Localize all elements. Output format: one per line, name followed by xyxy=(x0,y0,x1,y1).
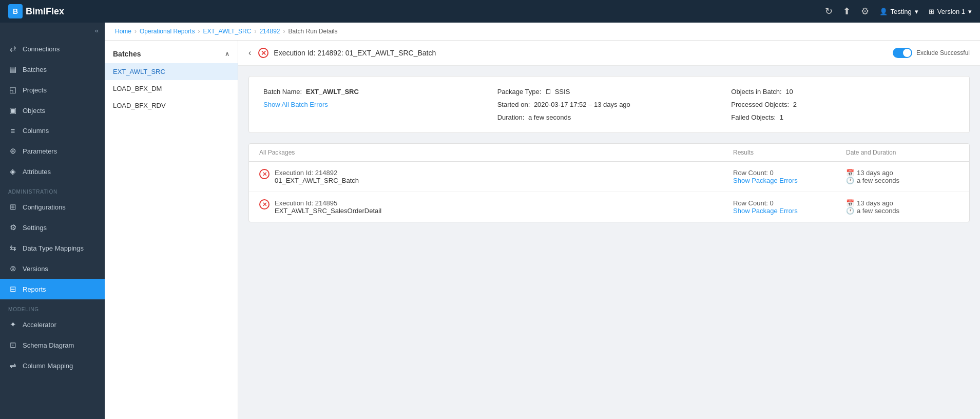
duration-row: 🕐 a few seconds xyxy=(846,177,959,184)
user-label: Testing xyxy=(891,8,912,15)
batch-item-load-bfx-rdv[interactable]: LOAD_BFX_RDV xyxy=(105,97,238,114)
sidebar-item-accelerator[interactable]: ✦ Accelerator xyxy=(0,314,105,335)
connections-icon: ⇄ xyxy=(8,44,17,53)
breadcrumb-operational-reports[interactable]: Operational Reports xyxy=(140,28,195,35)
show-all-errors-field: Show All Batch Errors xyxy=(263,101,487,108)
refresh-icon[interactable]: ↻ xyxy=(825,6,833,17)
exclude-toggle-container: Exclude Successful xyxy=(893,48,970,58)
top-nav-right: ↻ ⬆ ⚙ 👤 Testing ▾ ⊞ Version 1 ▾ xyxy=(825,6,972,17)
app-logo[interactable]: B BimlFlex xyxy=(8,4,64,18)
sidebar-item-label: Settings xyxy=(23,224,47,232)
sidebar-item-objects[interactable]: ▣ Objects xyxy=(0,100,105,121)
sort-icon[interactable]: ∧ xyxy=(225,50,229,58)
sidebar-item-label: Connections xyxy=(23,45,60,53)
data-type-mappings-icon: ⇆ xyxy=(8,243,17,253)
settings-icon: ⚙ xyxy=(8,223,17,232)
left-panel-title: Batches xyxy=(113,50,141,58)
package-results: Row Count: 0 Show Package Errors xyxy=(733,169,846,184)
breadcrumb-sep-1: › xyxy=(134,28,137,35)
back-button[interactable]: ‹ xyxy=(248,48,251,58)
execution-error-icon: ✕ xyxy=(258,48,268,58)
breadcrumb-home[interactable]: Home xyxy=(115,28,131,35)
show-package-errors-link-2[interactable]: Show Package Errors xyxy=(733,207,798,215)
sidebar-item-attributes[interactable]: ◈ Attributes xyxy=(0,161,105,182)
date-ago: 13 days ago xyxy=(857,169,893,177)
batch-item-ext-awlt-src[interactable]: EXT_AWLT_SRC xyxy=(105,63,238,80)
right-panel: ‹ ✕ Execution Id: 214892: 01_EXT_AWLT_SR… xyxy=(238,41,980,419)
sidebar-item-versions[interactable]: ⊚ Versions xyxy=(0,258,105,279)
sidebar-item-label: Projects xyxy=(23,86,47,94)
breadcrumb-current: Batch Run Details xyxy=(288,28,337,35)
accelerator-icon: ✦ xyxy=(8,320,17,329)
duration-row: 🕐 a few seconds xyxy=(846,207,959,215)
show-package-errors-link-1[interactable]: Show Package Errors xyxy=(733,177,798,184)
show-all-batch-errors-link[interactable]: Show All Batch Errors xyxy=(263,101,328,108)
package-error-icon: ✕ xyxy=(259,199,270,209)
date-ago: 13 days ago xyxy=(857,199,893,207)
row-count: Row Count: 0 xyxy=(733,199,846,207)
sidebar-item-schema-diagram[interactable]: ⊡ Schema Diagram xyxy=(0,335,105,355)
sidebar-item-batches[interactable]: ▤ Batches xyxy=(0,59,105,80)
sidebar-item-reports[interactable]: ⊟ Reports xyxy=(0,279,105,299)
content-area: Batches ∧ EXT_AWLT_SRC LOAD_BFX_DM LOAD_… xyxy=(105,41,980,419)
breadcrumb-sep-4: › xyxy=(283,28,285,35)
col-all-packages: All Packages xyxy=(259,149,733,156)
reports-icon: ⊟ xyxy=(8,284,17,294)
package-id-name: Execution Id: 214892 01_EXT_AWLT_SRC_Bat… xyxy=(275,169,359,184)
sidebar-item-connections[interactable]: ⇄ Connections xyxy=(0,39,105,59)
batch-item-load-bfx-dm[interactable]: LOAD_BFX_DM xyxy=(105,80,238,97)
date-duration-cell: 📅 13 days ago 🕐 a few seconds xyxy=(846,199,959,215)
column-mapping-icon: ⇌ xyxy=(8,361,17,370)
sidebar-item-label: Attributes xyxy=(23,168,51,176)
breadcrumb-214892[interactable]: 214892 xyxy=(259,28,280,35)
package-name-cell: ✕ Execution Id: 214892 01_EXT_AWLT_SRC_B… xyxy=(259,169,733,184)
batch-item-label: LOAD_BFX_RDV xyxy=(113,102,166,109)
row-count: Row Count: 0 xyxy=(733,169,846,177)
exclude-successful-toggle[interactable] xyxy=(893,48,912,58)
sidebar-item-label: Batches xyxy=(23,66,47,73)
col-results: Results xyxy=(733,149,846,156)
sidebar-item-configurations[interactable]: ⊞ Configurations xyxy=(0,197,105,217)
chart-icon[interactable]: ⬆ xyxy=(843,6,851,17)
columns-icon: ≡ xyxy=(8,126,17,135)
package-type-field: Package Type: 🗒 SSIS xyxy=(497,88,721,96)
user-menu[interactable]: 👤 Testing ▾ xyxy=(879,8,918,15)
package-name: EXT_AWLT_SRC_SalesOrderDetail xyxy=(275,207,381,215)
calendar-icon: 📅 xyxy=(846,199,854,207)
sidebar-item-columns[interactable]: ≡ Columns xyxy=(0,121,105,141)
logo-text: BimlFlex xyxy=(26,6,64,17)
sidebar-item-parameters[interactable]: ⊕ Parameters xyxy=(0,141,105,161)
batch-info-card: Batch Name: EXT_AWLT_SRC Package Type: 🗒… xyxy=(248,76,970,133)
user-icon: 👤 xyxy=(879,8,888,15)
objects-in-batch-field: Objects in Batch: 10 xyxy=(731,88,955,96)
started-on-label: Started on: 2020-03-17 17:52 – 13 days a… xyxy=(497,101,630,108)
package-name: 01_EXT_AWLT_SRC_Batch xyxy=(275,177,359,184)
gear-icon[interactable]: ⚙ xyxy=(861,6,869,17)
left-panel-header: Batches ∧ xyxy=(105,47,238,63)
modeling-section-label: MODELING xyxy=(0,299,105,314)
sidebar-item-data-type-mappings[interactable]: ⇆ Data Type Mappings xyxy=(0,238,105,258)
package-name-cell: ✕ Execution Id: 214895 EXT_AWLT_SRC_Sale… xyxy=(259,199,733,215)
sidebar-collapse-button[interactable]: « xyxy=(0,23,105,39)
sidebar-item-column-mapping[interactable]: ⇌ Column Mapping xyxy=(0,355,105,376)
package-exec-id: Execution Id: 214892 xyxy=(275,169,359,177)
started-on-field: Started on: 2020-03-17 17:52 – 13 days a… xyxy=(497,101,721,108)
sidebar-item-settings[interactable]: ⚙ Settings xyxy=(0,217,105,238)
sidebar: « ⇄ Connections ▤ Batches ◱ Projects ▣ O… xyxy=(0,23,105,419)
top-nav: B BimlFlex ↻ ⬆ ⚙ 👤 Testing ▾ ⊞ Version 1… xyxy=(0,0,980,23)
batch-name-field: Batch Name: EXT_AWLT_SRC xyxy=(263,88,487,96)
sidebar-item-label: Configurations xyxy=(23,203,66,211)
failed-objects-field: Failed Objects: 1 xyxy=(731,113,955,121)
clock-icon: 🕐 xyxy=(846,207,854,215)
duration-value: a few seconds xyxy=(857,177,899,184)
sidebar-item-label: Versions xyxy=(23,265,48,273)
breadcrumb-ext-awlt-src[interactable]: EXT_AWLT_SRC xyxy=(203,28,251,35)
version-layers-icon: ⊞ xyxy=(929,8,934,15)
sidebar-item-projects[interactable]: ◱ Projects xyxy=(0,80,105,100)
objects-in-batch-label: Objects in Batch: 10 xyxy=(731,88,793,96)
failed-objects-label: Failed Objects: 1 xyxy=(731,113,783,121)
package-id-name: Execution Id: 214895 EXT_AWLT_SRC_SalesO… xyxy=(275,199,381,215)
parameters-icon: ⊕ xyxy=(8,146,17,156)
user-chevron-icon: ▾ xyxy=(915,8,918,15)
version-menu[interactable]: ⊞ Version 1 ▾ xyxy=(929,8,972,15)
